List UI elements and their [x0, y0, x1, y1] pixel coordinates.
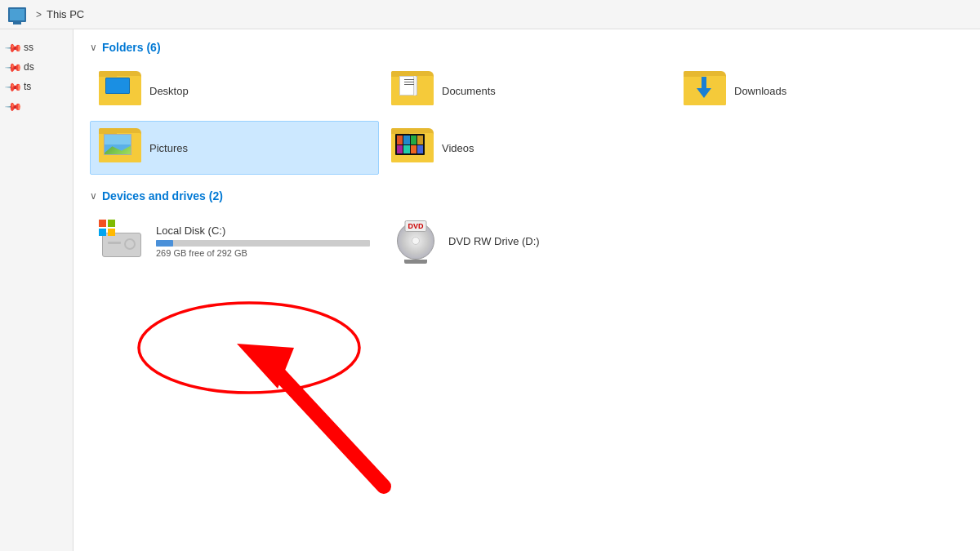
- sidebar: 📌 ss 📌 ds 📌 ts 📌: [0, 29, 74, 551]
- monitor-icon: [8, 7, 26, 22]
- devices-section-title: Devices and drives (2): [102, 189, 223, 202]
- content-area: ∨ Folders (6) Desktop: [74, 29, 980, 551]
- folder-pictures[interactable]: Pictures: [90, 121, 379, 175]
- devices-section-header: ∨ Devices and drives (2): [90, 189, 964, 202]
- sidebar-label-2: ds: [24, 61, 34, 73]
- sidebar-label-3: ts: [24, 81, 31, 92]
- local-disk-name: Local Disk (C:): [156, 224, 370, 237]
- pin-icon-3: 📌: [4, 77, 23, 96]
- folder-videos[interactable]: Videos: [382, 121, 671, 175]
- sidebar-item-4[interactable]: 📌: [0, 96, 73, 116]
- sidebar-label-1: ss: [24, 42, 33, 53]
- breadcrumb-chevron: >: [36, 9, 42, 20]
- svg-marker-1: [697, 88, 711, 98]
- downloads-label: Downloads: [734, 85, 786, 97]
- svg-rect-4: [99, 229, 106, 236]
- sidebar-item-2[interactable]: 📌 ds: [0, 57, 73, 77]
- folders-section-title: Folders (6): [102, 41, 161, 54]
- folder-documents[interactable]: Documents: [382, 64, 671, 118]
- svg-rect-0: [702, 77, 706, 88]
- documents-icon-wrap: [391, 71, 434, 110]
- videos-icon-wrap: [391, 128, 434, 167]
- svg-rect-5: [108, 229, 115, 236]
- local-disk-bar-fill: [156, 240, 173, 247]
- local-disk-space: 269 GB free of 292 GB: [156, 248, 370, 258]
- desktop-label: Desktop: [149, 85, 189, 97]
- hdd-icon-wrap: [99, 220, 148, 262]
- device-local-disk[interactable]: Local Disk (C:) 269 GB free of 292 GB: [90, 212, 379, 269]
- svg-rect-2: [99, 220, 106, 227]
- sidebar-item-3[interactable]: 📌 ts: [0, 77, 73, 96]
- videos-label: Videos: [442, 142, 474, 154]
- local-disk-bar-bg: [156, 240, 370, 247]
- sidebar-item-1[interactable]: 📌 ss: [0, 38, 73, 57]
- pin-icon-2: 📌: [4, 57, 23, 76]
- local-disk-info: Local Disk (C:) 269 GB free of 292 GB: [156, 224, 370, 258]
- breadcrumb-location: This PC: [47, 8, 84, 20]
- pictures-label: Pictures: [149, 142, 188, 154]
- main-container: 📌 ss 📌 ds 📌 ts 📌 ∨ Folders (6): [0, 29, 980, 551]
- content-wrapper: ∨ Folders (6) Desktop: [74, 29, 980, 551]
- dvd-icon-wrap: DVD: [391, 220, 440, 262]
- devices-grid: Local Disk (C:) 269 GB free of 292 GB: [90, 212, 964, 269]
- breadcrumb-bar: > This PC: [0, 0, 980, 29]
- folders-chevron: ∨: [90, 42, 97, 53]
- pin-icon-4: 📌: [4, 96, 23, 115]
- documents-label: Documents: [442, 85, 496, 97]
- dvd-drive-name: DVD RW Drive (D:): [448, 235, 662, 247]
- dvd-drive-info: DVD RW Drive (D:): [448, 235, 662, 247]
- pictures-icon-wrap: [99, 128, 141, 167]
- pin-icon: 📌: [4, 38, 23, 56]
- folder-desktop[interactable]: Desktop: [90, 64, 379, 118]
- folder-downloads[interactable]: Downloads: [675, 64, 964, 118]
- device-dvd-drive[interactable]: DVD DVD RW Drive (D:): [382, 212, 671, 269]
- devices-chevron: ∨: [90, 190, 97, 202]
- folder-grid: Desktop D: [90, 64, 964, 175]
- svg-rect-3: [108, 220, 115, 227]
- desktop-icon-wrap: [99, 71, 141, 110]
- folders-section-header: ∨ Folders (6): [90, 41, 964, 54]
- downloads-icon-wrap: [684, 71, 726, 110]
